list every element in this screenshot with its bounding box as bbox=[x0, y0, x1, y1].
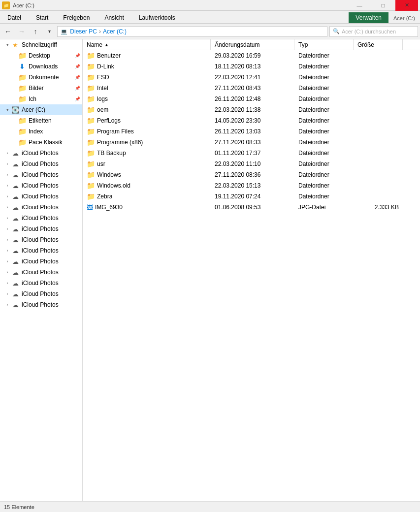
sidebar-item-icloud-photos-13[interactable]: › ☁ iCloud Photos bbox=[0, 278, 82, 288]
folder-icon: 📁 bbox=[87, 73, 95, 81]
col-name: 🖼 IMG_6930 bbox=[83, 202, 211, 213]
table-row[interactable]: 📁 Windows.old 22.03.2020 15:13 Dateiordn… bbox=[83, 180, 420, 191]
col-type: Dateiordner bbox=[294, 126, 354, 137]
forward-button[interactable]: → bbox=[16, 26, 28, 37]
table-row[interactable]: 📁 ESD 22.03.2020 12:41 Dateiordner bbox=[83, 72, 420, 83]
col-type: Dateiordner bbox=[294, 137, 354, 148]
tab-freigeben[interactable]: Freigeben bbox=[56, 12, 97, 23]
sidebar-item-icloud-photos-11[interactable]: › ☁ iCloud Photos bbox=[0, 256, 82, 267]
table-row[interactable]: 📁 Zebra 19.11.2020 07:24 Dateiordner bbox=[83, 191, 420, 202]
file-name: D-Link bbox=[97, 63, 114, 70]
cloud-folder-icon: ☁ bbox=[11, 170, 20, 179]
sidebar-item-icloud-photos-14[interactable]: › ☁ iCloud Photos bbox=[0, 288, 82, 299]
table-row[interactable]: 📁 Intel 27.11.2020 08:43 Dateiordner bbox=[83, 83, 420, 94]
col-header-size[interactable]: Größe bbox=[354, 39, 403, 50]
sidebar-item-desktop[interactable]: 📁 Desktop 📌 bbox=[0, 50, 82, 61]
col-header-date[interactable]: Änderungsdatum bbox=[211, 39, 294, 50]
chevron-right-icon: › bbox=[4, 172, 11, 177]
col-date: 14.05.2020 23:30 bbox=[211, 115, 294, 126]
col-size bbox=[354, 137, 403, 148]
sidebar-item-icloud-photos-12[interactable]: › ☁ iCloud Photos bbox=[0, 267, 82, 278]
col-date: 27.11.2020 08:33 bbox=[211, 137, 294, 148]
col-name: 📁 Windows bbox=[83, 169, 211, 180]
table-row[interactable]: 📁 PerfLogs 14.05.2020 23:30 Dateiordner bbox=[83, 115, 420, 126]
sidebar-item-icloud-photos-4[interactable]: › ☁ iCloud Photos bbox=[0, 180, 82, 191]
table-row[interactable]: 📁 usr 22.03.2020 11:10 Dateiordner bbox=[83, 159, 420, 169]
pin-icon-ich: 📌 bbox=[75, 96, 80, 101]
table-row[interactable]: 📁 Benutzer 29.03.2020 16:59 Dateiordner bbox=[83, 50, 420, 61]
sidebar-item-index[interactable]: 📁 Index bbox=[0, 126, 82, 137]
col-header-type[interactable]: Typ bbox=[294, 39, 354, 50]
close-button[interactable]: ✕ bbox=[395, 0, 418, 11]
sidebar-item-icloud-photos-15[interactable]: › ☁ iCloud Photos bbox=[0, 299, 82, 310]
sidebar-item-pace-klassik[interactable]: 📁 Pace Klassik bbox=[0, 137, 82, 148]
table-row[interactable]: 📁 oem 22.03.2020 11:38 Dateiordner bbox=[83, 104, 420, 115]
sidebar-item-icloud-photos-7[interactable]: › ☁ iCloud Photos bbox=[0, 213, 82, 224]
chevron-right-icon: › bbox=[4, 291, 11, 296]
cloud-folder-icon: ☁ bbox=[11, 246, 20, 255]
col-size bbox=[354, 180, 403, 191]
breadcrumb-pc[interactable]: 💻 Dieser PC bbox=[61, 28, 97, 35]
col-size bbox=[354, 191, 403, 202]
col-date: 22.03.2020 11:38 bbox=[211, 104, 294, 115]
sidebar-item-acer-c[interactable]: ▾ 💽 Acer (C:) bbox=[0, 104, 82, 115]
sidebar-item-ich[interactable]: 📁 Ich 📌 bbox=[0, 94, 82, 104]
up-button[interactable]: ↑ bbox=[30, 26, 41, 37]
sidebar-item-icloud-photos-3[interactable]: › ☁ iCloud Photos bbox=[0, 169, 82, 180]
table-row[interactable]: 📁 D-Link 18.11.2020 08:13 Dateiordner bbox=[83, 61, 420, 72]
col-size bbox=[354, 50, 403, 61]
sidebar-label-icloud: iCloud Photos bbox=[22, 182, 82, 189]
tab-start[interactable]: Start bbox=[29, 12, 56, 23]
maximize-button[interactable]: □ bbox=[372, 0, 394, 11]
folder-icon: 📁 bbox=[87, 106, 95, 114]
sidebar-item-dokumente[interactable]: 📁 Dokumente 📌 bbox=[0, 72, 82, 83]
sidebar-item-icloud-photos-6[interactable]: › ☁ iCloud Photos bbox=[0, 202, 82, 213]
sidebar-item-bilder[interactable]: 📁 Bilder 📌 bbox=[0, 83, 82, 94]
sidebar-item-icloud-photos-1[interactable]: › ☁ iCloud Photos bbox=[0, 148, 82, 159]
file-name: Benutzer bbox=[97, 52, 121, 59]
col-type: Dateiordner bbox=[294, 159, 354, 169]
sidebar-item-icloud-photos-2[interactable]: › ☁ iCloud Photos bbox=[0, 159, 82, 169]
table-row[interactable]: 📁 Programme (x86) 27.11.2020 08:33 Datei… bbox=[83, 137, 420, 148]
tab-verwalten[interactable]: Verwalten bbox=[349, 12, 388, 23]
table-row[interactable]: 📁 TB Backup 01.11.2020 17:37 Dateiordner bbox=[83, 148, 420, 159]
minimize-button[interactable]: — bbox=[348, 0, 371, 11]
sidebar-label-icloud: iCloud Photos bbox=[22, 247, 82, 254]
back-button[interactable]: ← bbox=[2, 26, 14, 37]
table-row[interactable]: 📁 logs 26.11.2020 12:48 Dateiordner bbox=[83, 94, 420, 104]
search-icon: 🔍 bbox=[333, 28, 340, 34]
chevron-right-icon: › bbox=[4, 302, 11, 307]
sidebar-item-downloads[interactable]: ⬇ Downloads 📌 bbox=[0, 61, 82, 72]
cloud-folder-icon: ☁ bbox=[11, 300, 20, 309]
sidebar-item-icloud-photos-9[interactable]: › ☁ iCloud Photos bbox=[0, 234, 82, 245]
sidebar-item-icloud-photos-5[interactable]: › ☁ iCloud Photos bbox=[0, 191, 82, 202]
table-row[interactable]: 📁 Windows 27.11.2020 08:36 Dateiordner bbox=[83, 169, 420, 180]
col-type: Dateiordner bbox=[294, 169, 354, 180]
col-type: Dateiordner bbox=[294, 72, 354, 83]
sidebar-item-icloud-photos-8[interactable]: › ☁ iCloud Photos bbox=[0, 224, 82, 234]
breadcrumb[interactable]: 💻 Dieser PC › Acer (C:) bbox=[57, 26, 327, 37]
breadcrumb-drive[interactable]: Acer (C:) bbox=[103, 28, 127, 35]
tab-datei[interactable]: Datei bbox=[0, 12, 29, 23]
col-header-name[interactable]: Name ▲ bbox=[83, 39, 211, 50]
sidebar-item-icloud-photos-10[interactable]: › ☁ iCloud Photos bbox=[0, 245, 82, 256]
col-date: 26.11.2020 13:03 bbox=[211, 126, 294, 137]
sidebar-label-acer: Acer (C:) bbox=[22, 106, 82, 113]
tab-ansicht[interactable]: Ansicht bbox=[97, 12, 131, 23]
sidebar-item-etiketten[interactable]: 📁 Etiketten bbox=[0, 115, 82, 126]
table-row[interactable]: 📁 Program Files 26.11.2020 13:03 Dateior… bbox=[83, 126, 420, 137]
col-type: Dateiordner bbox=[294, 61, 354, 72]
sidebar-section-schnellzugriff[interactable]: ▾ ★ schnellzugriff bbox=[0, 39, 82, 50]
sidebar-label-icloud: iCloud Photos bbox=[22, 204, 82, 211]
app-icon: 📁 bbox=[2, 1, 10, 9]
sidebar-label-icloud: iCloud Photos bbox=[22, 280, 82, 287]
recent-button[interactable]: ▾ bbox=[43, 26, 55, 37]
search-box[interactable]: 🔍 Acer (C:) durchsuchen bbox=[329, 26, 418, 37]
col-date: 22.03.2020 12:41 bbox=[211, 72, 294, 83]
folder-icon: 📁 bbox=[87, 52, 95, 60]
ribbon-title: Acer (C:) bbox=[388, 13, 420, 23]
col-size bbox=[354, 169, 403, 180]
tab-laufwerktools[interactable]: Laufwerktools bbox=[131, 12, 183, 23]
cloud-folder-icon: ☁ bbox=[11, 160, 20, 168]
table-row[interactable]: 🖼 IMG_6930 01.06.2008 09:53 JPG-Datei 2.… bbox=[83, 202, 420, 213]
